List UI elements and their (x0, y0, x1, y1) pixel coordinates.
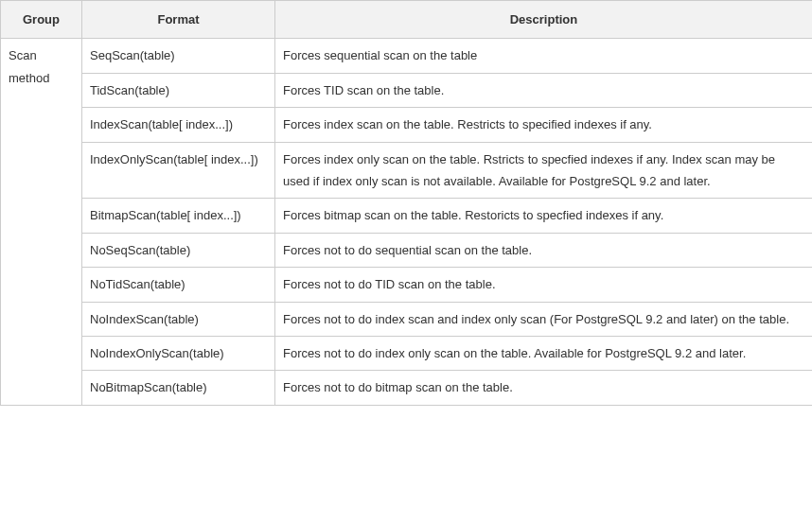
format-cell: NoIndexScan(table) (82, 302, 275, 336)
description-cell: Forces TID scan on the table. (275, 73, 813, 107)
hint-table: Group Format Description Scan method Seq… (0, 0, 812, 406)
table-row: NoIndexScan(table) Forces not to do inde… (1, 302, 813, 336)
table-header-row: Group Format Description (1, 1, 813, 39)
format-cell: NoSeqScan(table) (82, 233, 275, 267)
table-row: NoBitmapScan(table) Forces not to do bit… (1, 371, 813, 405)
format-cell: BitmapScan(table[ index...]) (82, 199, 275, 233)
description-cell: Forces not to do bitmap scan on the tabl… (275, 371, 813, 405)
table-row: NoTidScan(table) Forces not to do TID sc… (1, 268, 813, 302)
description-cell: Forces bitmap scan on the table. Restori… (275, 199, 813, 233)
description-cell: Forces index only scan on the table. Rst… (275, 142, 813, 199)
table-row: TidScan(table) Forces TID scan on the ta… (1, 73, 813, 107)
format-cell: TidScan(table) (82, 73, 275, 107)
format-cell: IndexScan(table[ index...]) (82, 108, 275, 142)
format-cell: IndexOnlyScan(table[ index...]) (82, 142, 275, 199)
format-cell: NoTidScan(table) (82, 268, 275, 302)
description-cell: Forces not to do index scan and index on… (275, 302, 813, 336)
group-cell: Scan method (1, 39, 82, 405)
format-cell: NoIndexOnlyScan(table) (82, 336, 275, 370)
description-cell: Forces index scan on the table. Restrict… (275, 108, 813, 142)
col-header-format: Format (82, 1, 275, 39)
description-cell: Forces sequential scan on the table (275, 39, 813, 73)
table-row: BitmapScan(table[ index...]) Forces bitm… (1, 199, 813, 233)
col-header-description: Description (275, 1, 813, 39)
table-row: Scan method SeqScan(table) Forces sequen… (1, 39, 813, 73)
format-cell: NoBitmapScan(table) (82, 371, 275, 405)
description-cell: Forces not to do index only scan on the … (275, 336, 813, 370)
description-cell: Forces not to do TID scan on the table. (275, 268, 813, 302)
table-row: IndexOnlyScan(table[ index...]) Forces i… (1, 142, 813, 199)
table-row: NoSeqScan(table) Forces not to do sequen… (1, 233, 813, 267)
format-cell: SeqScan(table) (82, 39, 275, 73)
description-cell: Forces not to do sequential scan on the … (275, 233, 813, 267)
col-header-group: Group (1, 1, 82, 39)
table-row: NoIndexOnlyScan(table) Forces not to do … (1, 336, 813, 370)
table-row: IndexScan(table[ index...]) Forces index… (1, 108, 813, 142)
